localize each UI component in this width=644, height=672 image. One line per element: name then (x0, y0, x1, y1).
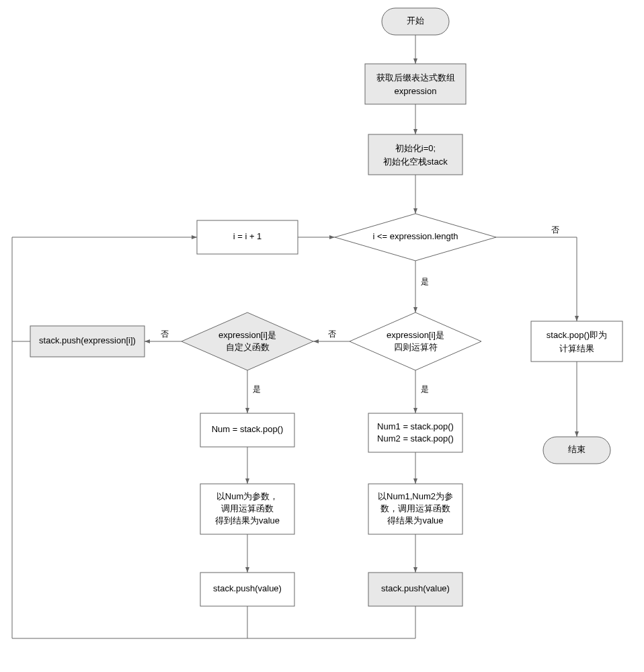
cond-len-label: i <= expression.length (372, 231, 458, 241)
increment-label: i = i + 1 (233, 231, 262, 241)
num12-pop-line2: Num2 = stack.pop() (377, 433, 454, 444)
edge-label-yes: 是 (421, 277, 429, 286)
init-line2: 初始化空栈stack (383, 157, 448, 167)
push-expr-label: stack.push(expression[i]) (39, 335, 136, 345)
edge-label-no: 否 (161, 329, 169, 339)
end-label: 结束 (568, 444, 586, 454)
cond-func-node (182, 312, 313, 370)
result-line1: stack.pop()即为 (547, 330, 607, 340)
init-node (368, 134, 462, 175)
num12-pop-node (368, 413, 462, 452)
get-expr-node (365, 64, 466, 104)
init-line1: 初始化i=0; (395, 143, 436, 153)
cond-arith-line1: expression[i]是 (387, 330, 444, 340)
num-pop-label: Num = stack.pop() (212, 424, 284, 434)
num-call-line1: 以Num为参数， (216, 491, 278, 501)
flowchart-diagram: 开始 获取后缀表达式数组 expression 初始化i=0; 初始化空栈sta… (0, 0, 644, 672)
cond-arith-line2: 四则运算符 (394, 342, 438, 352)
num-call-line2: 调用运算函数 (221, 503, 274, 513)
edge (496, 237, 577, 321)
num12-pop-line1: Num1 = stack.pop() (377, 421, 454, 431)
get-expr-line1: 获取后缀表达式数组 (376, 73, 455, 83)
result-node (531, 321, 622, 362)
result-line2: 计算结果 (559, 343, 594, 353)
start-label: 开始 (407, 15, 424, 26)
edge-label-no: 否 (328, 329, 336, 339)
edge-label-no: 否 (551, 225, 559, 235)
cond-func-line2: 自定义函数 (226, 342, 270, 352)
cond-arith-node (350, 312, 481, 370)
edge-label-yes: 是 (421, 384, 429, 394)
num12-push-label: stack.push(value) (381, 583, 450, 593)
num12-call-line3: 得结果为value (387, 515, 443, 526)
num-push-label: stack.push(value) (213, 583, 282, 593)
cond-func-line1: expression[i]是 (218, 330, 276, 340)
num12-call-line1: 以Num1,Num2为参 (378, 491, 453, 501)
get-expr-line2: expression (395, 86, 437, 96)
num-call-line3: 得到结果为value (215, 515, 280, 526)
edge-label-yes: 是 (253, 384, 261, 394)
num12-call-line2: 数，调用运算函数 (380, 503, 450, 513)
